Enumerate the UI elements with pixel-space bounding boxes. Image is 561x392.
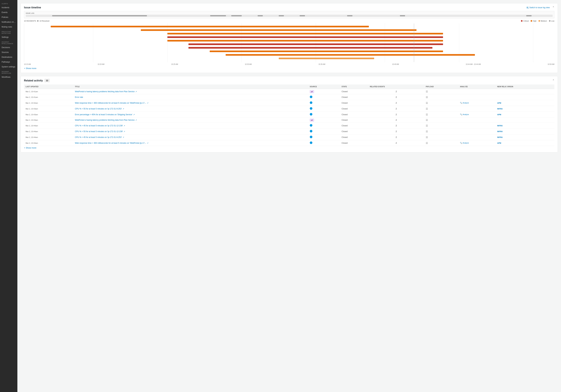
sidebar-item-system-settings[interactable]: System settings xyxy=(0,64,17,69)
collapse-related-button[interactable]: ⌃ xyxy=(552,79,554,82)
show-more-related-button[interactable]: + Show more xyxy=(24,146,36,150)
table-header: SOURCE xyxy=(308,85,340,89)
sidebar-item-destinations[interactable]: Destinations xyxy=(0,55,17,60)
payload-icon[interactable]: ☷ xyxy=(426,130,428,133)
table-cell-related-events: 2 xyxy=(368,129,424,134)
table-cell-state: Closed xyxy=(340,140,368,146)
sidebar-item-events[interactable]: Events xyxy=(0,10,17,15)
analyze-link[interactable]: 🔍 Analyze xyxy=(460,102,494,104)
issue-timeline-card: Issue timeline Switch to issue log view … xyxy=(21,3,558,73)
incident-title-link[interactable]: CPU % > 45 for at least 5 minutes on 'ip… xyxy=(75,125,123,127)
payload-icon[interactable]: ☷ xyxy=(426,119,428,121)
sidebar-item-incidents[interactable]: Incidents xyxy=(0,5,17,10)
legend-critical: Critical xyxy=(521,20,529,22)
table-cell-origin: INFRA xyxy=(496,123,554,129)
collapse-timeline-button[interactable]: ⌃ xyxy=(552,6,554,9)
payload-icon[interactable]: ☷ xyxy=(426,124,428,127)
external-link-icon[interactable]: ↗ xyxy=(123,136,124,138)
origin-badge-infra[interactable]: INFRA xyxy=(497,136,503,138)
source-badge-blue xyxy=(310,96,312,98)
analyze-link[interactable]: 🔍 Analyze xyxy=(460,113,494,116)
time-axis-label: 10:30 AM xyxy=(245,63,252,65)
sidebar-item-policies[interactable]: Policies xyxy=(0,15,17,20)
origin-badge-apm[interactable]: APM xyxy=(497,142,501,144)
external-link-icon[interactable]: ↗ xyxy=(124,125,125,127)
related-activity-header: Related activity 22 ⌃ xyxy=(24,79,554,82)
table-cell-title: CPU % > 55 for at least 5 minutes on 'ip… xyxy=(73,106,308,112)
table-cell-source xyxy=(308,134,340,140)
table-cell-state: Closed xyxy=(340,112,368,118)
origin-badge-apm[interactable]: APM xyxy=(497,102,501,104)
table-cell-origin xyxy=(496,118,554,123)
incident-title-link[interactable]: Web response time > 300 milliseconds for… xyxy=(75,142,146,144)
table-cell-related-events: 2 xyxy=(368,100,424,106)
gantt-cursor-line xyxy=(414,23,414,62)
payload-icon[interactable]: ☷ xyxy=(426,113,428,116)
minimap-bar-1 xyxy=(52,15,147,16)
table-row: Mar 2, 10:44amCPU % > 45 for at least 5 … xyxy=(24,134,554,140)
table-cell-payload: ☷ xyxy=(424,140,458,146)
external-link-icon[interactable]: ↗ xyxy=(147,102,148,104)
table-cell-title: CPU % > 45 for at least 5 minutes on 'ip… xyxy=(73,123,308,129)
incident-title-link[interactable]: Error percentage > 45% for at least 5 mi… xyxy=(75,113,132,116)
table-cell-related-events: 2 xyxy=(368,140,424,146)
external-link-icon[interactable]: ↗ xyxy=(123,108,124,110)
payload-icon[interactable]: ☷ xyxy=(426,108,428,110)
table-cell-payload: ☷ xyxy=(424,129,458,134)
payload-icon[interactable]: ☷ xyxy=(426,90,428,93)
sidebar-item-decisions[interactable]: Decisions xyxy=(0,45,17,50)
incident-title-link[interactable]: CPU % > 45 for at least 5 minutes on 'ip… xyxy=(75,136,122,138)
incident-title-link[interactable]: WebPortal is having latency problems fet… xyxy=(75,90,135,93)
payload-icon[interactable]: ☷ xyxy=(426,136,428,139)
external-link-icon[interactable]: ↗ xyxy=(124,131,125,132)
table-row: Mar 2, 10:41amWebPortal is having latenc… xyxy=(24,89,554,94)
sidebar-item-workflows[interactable]: Workflows xyxy=(0,75,17,79)
switch-to-log-view-link[interactable]: Switch to issue log view xyxy=(526,6,550,9)
table-cell-title: WebPortal is having latency problems fet… xyxy=(73,118,308,123)
origin-badge-infra[interactable]: INFRA xyxy=(497,108,503,110)
minimap-bar-4 xyxy=(258,15,263,16)
table-cell-analyze: 🔍 Analyze xyxy=(458,112,496,118)
incident-title-link[interactable]: CPU % > 55 for at least 5 minutes on 'ip… xyxy=(75,108,122,110)
origin-badge-apm[interactable]: APM xyxy=(497,114,501,116)
sidebar-item-sources[interactable]: Sources xyxy=(0,50,17,55)
related-activity-table: LAST UPDATEDTITLESOURCESTATERELATED EVEN… xyxy=(24,85,554,146)
payload-icon[interactable]: ☷ xyxy=(426,96,428,98)
payload-icon[interactable]: ☷ xyxy=(426,142,428,144)
external-link-icon[interactable]: ↗ xyxy=(133,114,135,116)
origin-badge-infra[interactable]: INFRA xyxy=(497,125,503,127)
incident-title-link[interactable]: Web response time > 300 milliseconds for… xyxy=(75,102,146,104)
table-header: NEW RELIC ORIGIN xyxy=(496,85,554,89)
external-link-icon[interactable]: ↗ xyxy=(135,91,137,93)
show-more-timeline-button[interactable]: + Show more xyxy=(24,66,36,70)
incident-title-link[interactable]: WebPortal is having latency problems fet… xyxy=(75,119,135,121)
sidebar: ALERTSIncidentsEventsPoliciesNotificatio… xyxy=(0,0,17,392)
gantt-bar-9 xyxy=(279,58,374,59)
gantt-bar-row-4 xyxy=(24,39,554,42)
table-cell-date: Mar 2, 10:42am xyxy=(24,100,73,106)
table-cell-payload: ☷ xyxy=(424,94,458,100)
table-cell-title: Web response time > 300 milliseconds for… xyxy=(73,100,308,106)
sidebar-item-notification-channels[interactable]: Notification channels xyxy=(0,20,17,24)
external-link-icon[interactable]: ↗ xyxy=(135,119,137,121)
analyze-link[interactable]: 🔍 Analyze xyxy=(460,142,494,144)
table-row: Mar 2, 10:43amWebPortal is having latenc… xyxy=(24,118,554,123)
sidebar-section-label: ALERTS xyxy=(0,1,17,5)
origin-badge-infra[interactable]: INFRA xyxy=(497,131,503,132)
legend-critical-dot xyxy=(521,20,523,22)
time-axis-label: 10:44 AM - 10:44 AM xyxy=(466,63,481,65)
table-cell-title: Error percentage > 45% for at least 5 mi… xyxy=(73,112,308,118)
payload-icon[interactable]: ☷ xyxy=(426,102,428,104)
table-header: RELATED EVENTS xyxy=(368,85,424,89)
sidebar-item-settings[interactable]: Settings xyxy=(0,35,17,40)
minimap-bar-8 xyxy=(400,15,405,16)
sidebar-item-muting-rules[interactable]: Muting rules xyxy=(0,24,17,29)
sidebar-item-pathways[interactable]: Pathways xyxy=(0,60,17,64)
table-cell-title: CPU % > 55 for at least 5 minutes on 'ip… xyxy=(73,129,308,134)
table-cell-source xyxy=(308,129,340,134)
incident-title-link[interactable]: CPU % > 55 for at least 5 minutes on 'ip… xyxy=(75,130,123,133)
related-activity-title: Related activity xyxy=(24,79,43,82)
incident-title-link[interactable]: Error rate xyxy=(75,96,83,98)
external-link-icon[interactable]: ↗ xyxy=(147,142,148,144)
table-cell-source xyxy=(308,94,340,100)
